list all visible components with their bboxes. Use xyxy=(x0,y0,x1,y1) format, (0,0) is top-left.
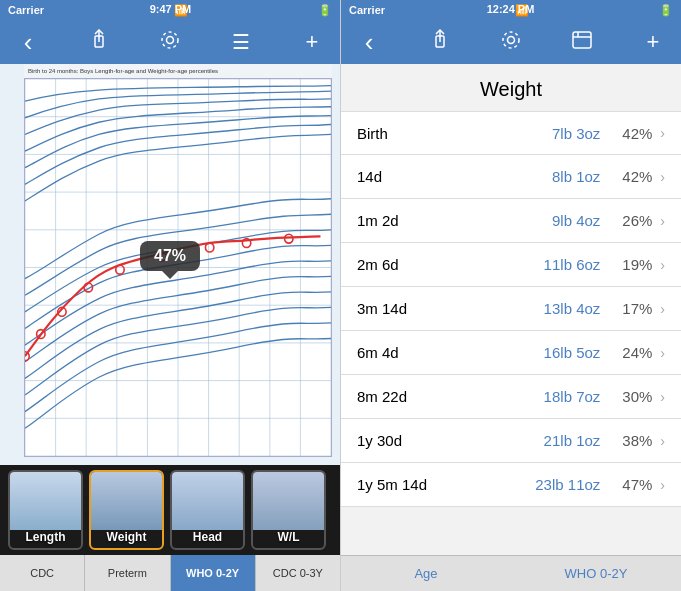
bottom-tab-cdc3y[interactable]: CDC 0-3Y xyxy=(256,555,340,591)
row-weight-value: 13lb 4oz xyxy=(544,300,601,317)
row-age-label: 1y 5m 14d xyxy=(357,476,535,493)
chevron-right-icon: › xyxy=(660,125,665,141)
row-age-label: Birth xyxy=(357,125,552,142)
row-weight-value: 16lb 5oz xyxy=(544,344,601,361)
list-button[interactable]: ☰ xyxy=(225,30,257,54)
row-percentile: 30% xyxy=(616,388,652,405)
bottom-tab-who[interactable]: WHO 0-2Y xyxy=(171,555,256,591)
chevron-right-icon: › xyxy=(660,301,665,317)
row-weight-value: 8lb 1oz xyxy=(552,168,600,185)
row-weight-value: 23lb 11oz xyxy=(535,476,600,493)
row-age-label: 3m 14d xyxy=(357,300,544,317)
chevron-right-icon: › xyxy=(660,169,665,185)
table-row[interactable]: 3m 14d13lb 4oz17%› xyxy=(341,287,681,331)
table-row[interactable]: 1y 30d21lb 1oz38%› xyxy=(341,419,681,463)
percentile-label: 47% xyxy=(140,241,200,271)
chevron-right-icon: › xyxy=(660,477,665,493)
table-row[interactable]: 14d8lb 1oz42%› xyxy=(341,155,681,199)
row-age-label: 1y 30d xyxy=(357,432,544,449)
row-age-label: 2m 6d xyxy=(357,256,544,273)
bottom-tab-preterm[interactable]: Preterm xyxy=(85,555,170,591)
row-percentile: 24% xyxy=(616,344,652,361)
left-panel: Carrier 📶 9:47 PM 🔋 ‹ ☰ + Birth to 24 mo… xyxy=(0,0,340,591)
left-status-bar: Carrier 📶 9:47 PM 🔋 xyxy=(0,0,340,20)
row-percentile: 17% xyxy=(616,300,652,317)
footer-age-label[interactable]: Age xyxy=(341,556,511,591)
row-percentile: 19% xyxy=(616,256,652,273)
page-title: Weight xyxy=(341,64,681,111)
row-age-label: 14d xyxy=(357,168,552,185)
chevron-right-icon: › xyxy=(660,257,665,273)
back-button[interactable]: ‹ xyxy=(12,27,44,58)
row-weight-value: 21lb 1oz xyxy=(544,432,601,449)
right-back-button[interactable]: ‹ xyxy=(353,27,385,58)
row-weight-value: 9lb 4oz xyxy=(552,212,600,229)
row-age-label: 8m 22d xyxy=(357,388,544,405)
table-row[interactable]: 8m 22d18lb 7oz30%› xyxy=(341,375,681,419)
bottom-bar: CDC Preterm WHO 0-2Y CDC 0-3Y xyxy=(0,555,340,591)
right-footer: Age WHO 0-2Y xyxy=(341,555,681,591)
right-edit-button[interactable] xyxy=(566,30,598,55)
table-row[interactable]: Birth7lb 3oz42%› xyxy=(341,111,681,155)
chevron-right-icon: › xyxy=(660,389,665,405)
row-weight-value: 11lb 6oz xyxy=(544,256,601,273)
row-percentile: 42% xyxy=(616,125,652,142)
row-age-label: 1m 2d xyxy=(357,212,552,229)
right-panel: Carrier 📶 12:24 PM 🔋 ‹ + xyxy=(340,0,681,591)
right-add-button[interactable]: + xyxy=(637,29,669,55)
svg-point-32 xyxy=(205,243,213,252)
svg-point-37 xyxy=(508,36,515,43)
share-button[interactable] xyxy=(83,29,115,56)
chevron-right-icon: › xyxy=(660,433,665,449)
right-share-button[interactable] xyxy=(424,29,456,56)
svg-point-34 xyxy=(285,234,293,243)
chart-tabs: Length Weight Head W/L xyxy=(0,465,340,555)
right-time: 12:24 PM xyxy=(340,3,681,15)
settings-button[interactable] xyxy=(154,29,186,56)
table-row[interactable]: 1m 2d9lb 4oz26%› xyxy=(341,199,681,243)
add-button[interactable]: + xyxy=(296,29,328,55)
table-row[interactable]: 6m 4d16lb 5oz24%› xyxy=(341,331,681,375)
tab-weight[interactable]: Weight xyxy=(89,470,164,550)
right-settings-button[interactable] xyxy=(495,29,527,56)
row-percentile: 38% xyxy=(616,432,652,449)
chart-title: Birth to 24 months: Boys Length-for-age … xyxy=(24,64,332,78)
row-percentile: 42% xyxy=(616,168,652,185)
chevron-right-icon: › xyxy=(660,345,665,361)
row-percentile: 26% xyxy=(616,212,652,229)
left-toolbar: ‹ ☰ + xyxy=(0,20,340,64)
svg-rect-39 xyxy=(573,32,591,48)
right-toolbar: ‹ + xyxy=(341,20,681,64)
bottom-tab-cdc[interactable]: CDC xyxy=(0,555,85,591)
tab-length[interactable]: Length xyxy=(8,470,83,550)
row-percentile: 47% xyxy=(616,476,652,493)
left-time: 9:47 PM xyxy=(0,3,341,15)
chevron-right-icon: › xyxy=(660,213,665,229)
row-weight-value: 18lb 7oz xyxy=(544,388,601,405)
svg-point-3 xyxy=(162,32,178,48)
tab-wl[interactable]: W/L xyxy=(251,470,326,550)
chart-area: Birth to 24 months: Boys Length-for-age … xyxy=(0,64,340,465)
row-age-label: 6m 4d xyxy=(357,344,544,361)
row-weight-value: 7lb 3oz xyxy=(552,125,600,142)
tab-head[interactable]: Head xyxy=(170,470,245,550)
table-row[interactable]: 1y 5m 14d23lb 11oz47%› xyxy=(341,463,681,507)
svg-point-38 xyxy=(503,32,519,48)
svg-point-2 xyxy=(167,36,174,43)
weight-list: Birth7lb 3oz42%›14d8lb 1oz42%›1m 2d9lb 4… xyxy=(341,111,681,555)
footer-standard-label[interactable]: WHO 0-2Y xyxy=(511,556,681,591)
right-status-bar: Carrier 📶 12:24 PM 🔋 xyxy=(341,0,681,20)
table-row[interactable]: 2m 6d11lb 6oz19%› xyxy=(341,243,681,287)
